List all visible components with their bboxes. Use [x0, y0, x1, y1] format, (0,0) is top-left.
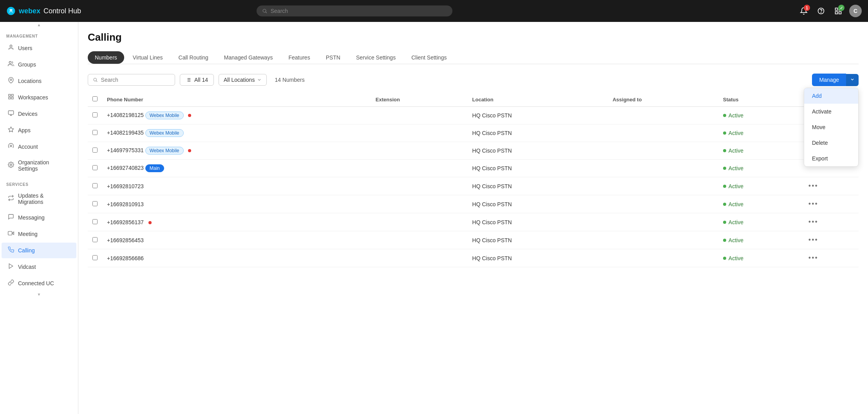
- row-actions-cell: •••: [804, 177, 859, 195]
- row-checkbox[interactable]: [92, 112, 98, 117]
- row-checkbox[interactable]: [92, 201, 98, 206]
- sidebar-item-groups[interactable]: Groups: [2, 57, 76, 72]
- sidebar-item-meeting[interactable]: Meeting: [2, 226, 76, 242]
- manage-main-button[interactable]: Manage: [812, 74, 846, 86]
- tab-managed-gateways[interactable]: Managed Gateways: [217, 51, 280, 64]
- row-more-button[interactable]: •••: [808, 200, 818, 208]
- row-checkbox[interactable]: [92, 183, 98, 188]
- row-checkbox[interactable]: [92, 237, 98, 242]
- manage-chevron-icon: [850, 77, 855, 82]
- select-all-checkbox[interactable]: [92, 96, 98, 101]
- tab-service-settings[interactable]: Service Settings: [349, 51, 403, 64]
- calling-icon: [8, 247, 14, 254]
- row-checkbox-cell: [88, 177, 102, 195]
- filter-button[interactable]: All 14: [180, 74, 214, 86]
- assigned-cell: [608, 142, 718, 160]
- select-all-header: [88, 92, 102, 107]
- sidebar-item-calling[interactable]: Calling: [2, 243, 76, 258]
- status-badge: Active: [723, 130, 799, 136]
- tab-virtual-lines[interactable]: Virtual Lines: [126, 51, 170, 64]
- global-search[interactable]: [257, 5, 452, 16]
- row-more-button[interactable]: •••: [808, 236, 818, 244]
- phone-number-cell: +16692740823 Main: [102, 160, 371, 177]
- tab-pstn[interactable]: PSTN: [319, 51, 347, 64]
- sidebar-item-messaging-label: Messaging: [18, 214, 45, 221]
- phone-number: +16692856137: [107, 219, 144, 225]
- manage-button-group: Manage Add Activate Move Delete Export: [812, 74, 859, 86]
- status-badge: Active: [723, 255, 799, 261]
- extension-cell: [371, 195, 468, 213]
- table-search-input[interactable]: [101, 77, 170, 83]
- sidebar-item-account[interactable]: Account: [2, 139, 76, 155]
- locations-icon: [8, 77, 14, 85]
- sidebar-item-devices[interactable]: Devices: [2, 106, 76, 122]
- phone-tag: Webex Mobile: [145, 129, 184, 137]
- extension-cell: [371, 177, 468, 195]
- svg-marker-19: [12, 232, 14, 235]
- sidebar-item-users[interactable]: Users: [2, 40, 76, 56]
- row-more-button[interactable]: •••: [808, 182, 818, 190]
- dropdown-item-add[interactable]: Add: [804, 88, 858, 104]
- notifications-button[interactable]: 1: [797, 5, 810, 17]
- sidebar-item-apps[interactable]: Apps: [2, 122, 76, 138]
- svg-point-10: [10, 79, 12, 81]
- row-checkbox[interactable]: [92, 219, 98, 224]
- sidebar-item-vidcast[interactable]: Vidcast: [2, 259, 76, 275]
- dropdown-item-delete[interactable]: Delete: [804, 135, 858, 151]
- phone-tag: Main: [145, 164, 164, 172]
- row-actions-cell: •••: [804, 249, 859, 267]
- global-search-input[interactable]: [271, 8, 447, 14]
- apps-button[interactable]: ✓: [832, 5, 844, 17]
- tab-client-settings[interactable]: Client Settings: [404, 51, 454, 64]
- row-checkbox[interactable]: [92, 148, 98, 153]
- sidebar-item-updates-label: Updates & Migrations: [18, 193, 70, 205]
- status-badge: Active: [723, 148, 799, 154]
- status-badge: Active: [723, 219, 799, 225]
- row-more-button[interactable]: •••: [808, 254, 818, 262]
- tab-call-routing[interactable]: Call Routing: [172, 51, 215, 64]
- row-actions-cell: •••: [804, 213, 859, 231]
- groups-icon: [8, 61, 14, 68]
- sidebar-item-workspaces[interactable]: Workspaces: [2, 90, 76, 105]
- help-button[interactable]: [815, 5, 827, 17]
- status-cell: Active: [718, 107, 804, 124]
- row-checkbox[interactable]: [92, 130, 98, 135]
- manage-chevron-button[interactable]: [846, 74, 859, 86]
- tab-features[interactable]: Features: [281, 51, 317, 64]
- location-cell: HQ Cisco PSTN: [468, 195, 608, 213]
- sidebar-item-org-settings[interactable]: Organization Settings: [2, 155, 76, 176]
- phone-number: +16692810723: [107, 183, 144, 189]
- sidebar-item-updates-migrations[interactable]: Updates & Migrations: [2, 189, 76, 209]
- row-more-button[interactable]: •••: [808, 218, 818, 226]
- meeting-icon: [8, 230, 14, 238]
- location-cell: HQ Cisco PSTN: [468, 160, 608, 177]
- tab-numbers[interactable]: Numbers: [88, 51, 124, 64]
- row-checkbox-cell: [88, 213, 102, 231]
- row-checkbox[interactable]: [92, 165, 98, 170]
- sidebar-item-connected-uc[interactable]: Connected UC: [2, 275, 76, 291]
- status-dot: [723, 221, 726, 224]
- dropdown-item-activate[interactable]: Activate: [804, 104, 858, 119]
- svg-rect-4: [835, 8, 837, 11]
- phone-tag: Webex Mobile: [145, 112, 184, 119]
- location-dropdown[interactable]: All Locations: [219, 74, 267, 86]
- sidebar-item-users-label: Users: [18, 45, 33, 51]
- assigned-cell: [608, 124, 718, 142]
- sidebar-item-locations[interactable]: Locations: [2, 73, 76, 89]
- status-badge: Active: [723, 201, 799, 207]
- dropdown-item-move[interactable]: Move: [804, 119, 858, 135]
- dropdown-item-export[interactable]: Export: [804, 151, 858, 166]
- svg-point-9: [9, 61, 11, 63]
- table-search[interactable]: [88, 74, 175, 86]
- row-checkbox[interactable]: [92, 255, 98, 260]
- phone-number-cell: +14697975331 Webex Mobile: [102, 142, 371, 160]
- user-avatar[interactable]: C: [849, 5, 862, 17]
- svg-point-18: [10, 164, 12, 166]
- svg-rect-6: [835, 12, 837, 14]
- sidebar-item-vidcast-label: Vidcast: [18, 264, 36, 270]
- table-row: +16692810913 HQ Cisco PSTN Active •••: [88, 195, 859, 213]
- services-section-label: SERVICES: [0, 176, 78, 188]
- sidebar-item-messaging[interactable]: Messaging: [2, 210, 76, 225]
- manage-dropdown-menu: Add Activate Move Delete Export: [804, 88, 859, 167]
- location-cell: HQ Cisco PSTN: [468, 142, 608, 160]
